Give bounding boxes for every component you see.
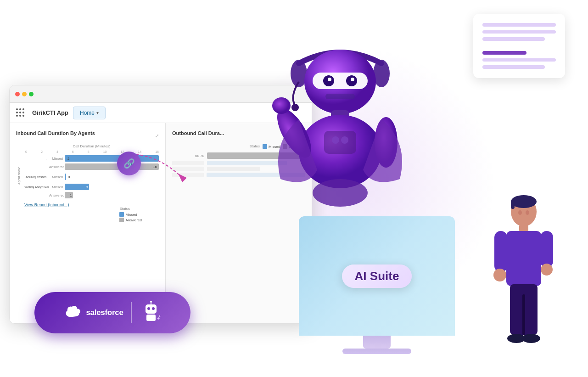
status-label: Missed xyxy=(49,175,63,179)
svg-rect-33 xyxy=(506,231,541,286)
x-tick: 6 xyxy=(72,150,74,153)
person-svg xyxy=(487,193,560,359)
link-bubble: 🔗 xyxy=(117,152,141,175)
app-name: GirikCTI App xyxy=(32,109,68,116)
status-label: Answered xyxy=(49,165,63,169)
document-card xyxy=(473,14,565,78)
svg-rect-5 xyxy=(146,315,156,321)
svg-point-22 xyxy=(341,136,348,144)
svg-rect-0 xyxy=(146,304,157,314)
x-tick: 14 xyxy=(138,150,141,153)
y-axis-label: Agent Name xyxy=(17,167,21,185)
x-tick: 16 xyxy=(155,150,159,153)
status-label: Missed xyxy=(49,185,63,189)
svg-text:✦: ✦ xyxy=(158,315,161,318)
salesforce-ai-badge: salesforce ✦ ✦ xyxy=(34,292,190,333)
x-tick: 8 xyxy=(88,150,90,153)
link-icon: 🔗 xyxy=(123,158,135,169)
x-axis-label: Call Duration (Minutes) xyxy=(24,144,159,148)
agent-row-3: Yashraj Abhyankar Missed 3 Answered 1 xyxy=(24,183,159,199)
svg-point-24 xyxy=(272,97,291,114)
robot-svg xyxy=(271,14,409,234)
badge-divider xyxy=(131,302,132,323)
doc-line-accent xyxy=(482,51,526,55)
legend-answered-label: Answered xyxy=(125,218,142,222)
legend-missed: Missed xyxy=(119,212,142,217)
svg-rect-34 xyxy=(494,231,507,272)
bar-value: 0 xyxy=(68,175,70,179)
svg-point-4 xyxy=(150,301,152,303)
status-label: Answered xyxy=(49,193,63,197)
ai-robot-icon: ✦ ✦ xyxy=(139,301,163,325)
x-tick: 4 xyxy=(56,150,58,153)
agent-name: Anurag Yashraj xyxy=(24,175,47,179)
row-label: - xyxy=(24,157,47,161)
svg-rect-12 xyxy=(313,73,368,89)
bar-value: 3 xyxy=(86,185,88,189)
agent-name: Yashraj Abhyankar xyxy=(24,186,47,189)
legend-answered: Answered xyxy=(119,218,142,222)
chevron-down-icon: ▾ xyxy=(96,110,99,115)
svg-rect-29 xyxy=(511,200,515,209)
status-label: Status xyxy=(119,207,142,211)
status-label: Missed xyxy=(49,157,63,161)
ai-suite-label: AI Suite xyxy=(342,264,412,288)
doc-line xyxy=(482,30,556,34)
monitor-stand xyxy=(363,336,391,349)
svg-rect-20 xyxy=(324,131,356,154)
svg-point-10 xyxy=(291,104,299,111)
maximize-button[interactable] xyxy=(29,92,34,96)
x-tick: 0 xyxy=(25,150,27,153)
svg-rect-39 xyxy=(522,294,525,335)
svg-point-26 xyxy=(313,179,368,207)
nav-bar: GirikCTI App Home ▾ xyxy=(10,103,312,123)
svg-point-30 xyxy=(518,210,522,215)
home-tab[interactable]: Home ▾ xyxy=(73,107,106,119)
expand-icon[interactable]: ⤢ xyxy=(155,133,159,138)
svg-rect-32 xyxy=(519,225,528,232)
doc-line xyxy=(482,37,545,41)
monitor: AI Suite xyxy=(290,216,464,354)
window-topbar xyxy=(10,85,312,103)
app-grid-icon[interactable] xyxy=(16,108,25,117)
inbound-chart-title: Inbound Call Duration By Agents xyxy=(16,130,95,136)
svg-point-35 xyxy=(493,269,506,281)
bar-value: 1 xyxy=(70,193,72,197)
bar-value: 16 xyxy=(153,165,157,169)
x-tick: 10 xyxy=(103,150,107,153)
salesforce-text: salesforce xyxy=(86,308,123,317)
svg-point-15 xyxy=(328,78,331,81)
right-status-label: Status xyxy=(249,144,260,149)
legend-missed-label: Missed xyxy=(125,213,137,217)
salesforce-logo-group: salesforce xyxy=(62,306,123,320)
svg-rect-17 xyxy=(325,94,355,99)
salesforce-window: GirikCTI App Home ▾ Inbound Call Duratio… xyxy=(9,85,312,324)
doc-line xyxy=(482,23,556,27)
x-tick: 2 xyxy=(41,150,43,153)
close-button[interactable] xyxy=(15,92,20,96)
svg-point-2 xyxy=(152,307,155,310)
agent-row-2: Anurag Yashraj Missed 0 xyxy=(24,173,159,180)
svg-point-41 xyxy=(522,334,540,343)
robot-character xyxy=(271,14,409,234)
bar-value: 2 xyxy=(67,157,69,161)
svg-point-28 xyxy=(511,195,537,208)
outbound-chart-title: Outbound Call Dura... xyxy=(172,130,224,136)
svg-point-1 xyxy=(147,307,150,310)
salesforce-cloud-icon xyxy=(62,306,82,320)
svg-point-21 xyxy=(332,136,339,144)
window-controls xyxy=(15,92,34,96)
svg-point-16 xyxy=(351,78,354,81)
ai-robot-group: ✦ ✦ xyxy=(139,301,163,325)
person-character xyxy=(487,193,560,359)
doc-line xyxy=(482,65,545,69)
svg-point-31 xyxy=(526,210,529,215)
svg-rect-36 xyxy=(540,231,553,268)
doc-line xyxy=(482,58,556,62)
monitor-base xyxy=(342,349,411,354)
svg-point-37 xyxy=(541,264,553,276)
minimize-button[interactable] xyxy=(22,92,27,96)
